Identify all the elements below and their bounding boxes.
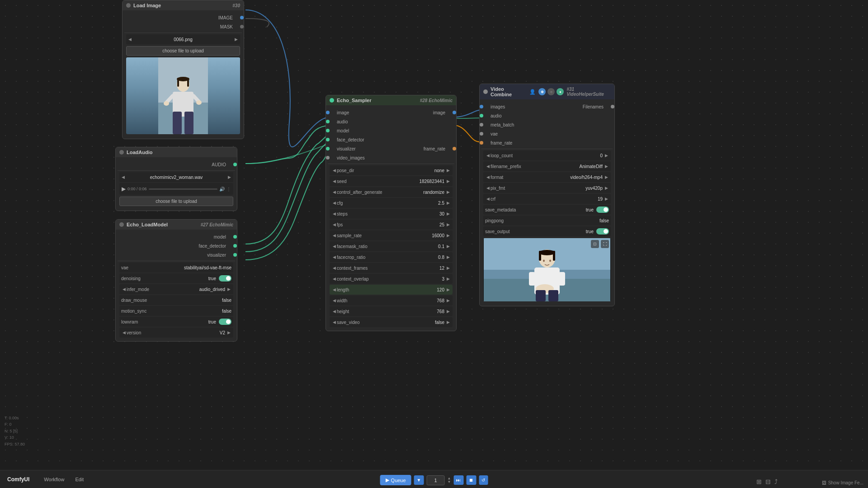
node-body: image audio model face_detector [326,105,456,331]
version-prev[interactable]: ◀ [121,330,127,335]
length-next[interactable]: ▶ [445,287,451,292]
context-overlap-prev[interactable]: ◀ [331,276,337,282]
image-file-selector[interactable]: ◀ 0066.png ▶ [126,34,240,44]
node-title: Load Image [133,3,161,8]
audio-output-port: AUDIO [118,160,235,169]
audio-progress-bar[interactable] [149,188,217,190]
image-in-dot [326,111,330,114]
control-after-next[interactable]: ▶ [445,189,451,195]
steps-next[interactable]: ▶ [445,211,451,216]
grid-icon-button[interactable]: ⊞ [756,478,762,485]
format-prev[interactable]: ◀ [485,174,491,180]
prev-file-arrow[interactable]: ◀ [127,37,133,42]
history-button[interactable]: ↺ [479,475,488,485]
control-after-value: randomize [423,190,444,195]
denoising-toggle[interactable] [219,275,231,282]
queue-count-down[interactable]: ▼ [448,480,451,484]
play-button[interactable]: ▶ [122,186,126,192]
svg-point-27 [549,260,551,262]
load-audio-node: LoadAudio AUDIO ◀ echomimicv2_woman.wav … [115,147,237,211]
volume-icon[interactable]: 🔊 [219,187,225,192]
fps-next[interactable]: ▶ [445,222,451,227]
facecrop-next[interactable]: ▶ [445,254,451,260]
audio-upload-button[interactable]: choose file to upload [119,197,233,206]
face-detector-in-dot [326,138,330,141]
length-prev[interactable]: ◀ [331,287,337,292]
lowvram-toggle[interactable] [219,319,231,325]
loop-count-next[interactable]: ▶ [604,153,609,158]
steps-prev[interactable]: ◀ [331,211,337,216]
show-image-feed-button[interactable]: 🖼 Show Image Fe... [822,480,863,485]
svg-point-26 [543,260,545,262]
pix-fmt-prev[interactable]: ◀ [485,185,491,191]
pose-dir-next[interactable]: ▶ [445,168,451,173]
pingpong-ctrl: pingpong false [483,216,611,225]
sample-rate-next[interactable]: ▶ [445,233,451,238]
echo-sampler-node: Echo_Sampler #28 EchoMimic image audio [326,95,457,331]
version-next[interactable]: ▶ [226,330,231,335]
skip-button[interactable]: ⏭ [453,475,463,485]
vc-btn-1[interactable]: ⊕ [538,88,546,95]
divider [124,33,242,33]
queue-dropdown-arrow[interactable]: ▼ [414,475,424,485]
svg-rect-11 [177,78,179,87]
audio-more-button[interactable]: ⋮ [226,187,231,192]
context-frames-next[interactable]: ▶ [445,265,451,271]
filename-prefix-next[interactable]: ▶ [604,164,609,169]
next-file-arrow[interactable]: ▶ [233,37,239,42]
format-next[interactable]: ▶ [604,174,609,180]
control-after-prev[interactable]: ◀ [331,189,337,195]
seed-prev[interactable]: ◀ [331,178,337,184]
image-upload-button[interactable]: choose file to upload [126,46,240,56]
expand-icon[interactable]: ⊡ [591,240,599,248]
context-frames-prev[interactable]: ◀ [331,265,337,271]
infer-mode-prev[interactable]: ◀ [121,286,127,292]
video-preview: ⊡ ⛶ [483,238,611,301]
filename-prefix-prev[interactable]: ◀ [485,164,491,169]
infer-mode-next[interactable]: ▶ [226,286,231,292]
vc-vae-in-dot [480,132,483,136]
facemask-next[interactable]: ▶ [445,244,451,249]
pose-dir-prev[interactable]: ◀ [331,168,337,173]
node-body: AUDIO ◀ echomimicv2_woman.wav ▶ ▶ 0:00 /… [116,157,237,211]
layout-icon-button[interactable]: ⊟ [765,478,771,485]
width-next[interactable]: ▶ [445,298,451,303]
height-prev[interactable]: ◀ [331,309,337,314]
save-metadata-toggle[interactable] [596,206,609,213]
context-overlap-next[interactable]: ▶ [445,276,451,282]
loop-count-prev[interactable]: ◀ [485,153,491,158]
edit-menu[interactable]: Edit [75,477,84,482]
facecrop-prev[interactable]: ◀ [331,254,337,260]
save-video-prev[interactable]: ◀ [331,319,337,325]
next-audio-arrow[interactable]: ▶ [226,175,232,179]
person-preview-bg [126,57,240,134]
cfg-next[interactable]: ▶ [445,200,451,206]
facemask-prev[interactable]: ◀ [331,244,337,249]
fullscreen-icon[interactable]: ⛶ [601,240,609,248]
vc-btn-3[interactable]: ● [557,88,564,95]
stop-button[interactable]: ⏹ [466,475,476,485]
lowvram-ctrl: lowvram true [119,317,233,327]
model-in-dot [326,129,330,132]
vc-btn-2[interactable]: ○ [547,88,555,95]
save-video-next[interactable]: ▶ [445,319,451,325]
share-icon-button[interactable]: ⤴ [774,478,778,485]
workflow-menu[interactable]: Workflow [44,477,64,482]
save-output-toggle[interactable] [596,228,609,235]
queue-button[interactable]: ▶ Queue [380,475,411,485]
audio-file-selector[interactable]: ◀ echomimicv2_woman.wav ▶ [119,172,233,182]
sample-rate-prev[interactable]: ◀ [331,233,337,238]
cfg-prev[interactable]: ◀ [331,200,337,206]
seed-next[interactable]: ▶ [445,178,451,184]
image-preview [126,57,240,134]
fps-prev[interactable]: ◀ [331,222,337,227]
prev-audio-arrow[interactable]: ◀ [120,175,126,179]
crf-prev[interactable]: ◀ [485,196,491,202]
height-next[interactable]: ▶ [445,309,451,314]
load-image-node: Load Image #30 IMAGE MASK ◀ 0066.png ▶ c… [122,0,244,139]
width-prev[interactable]: ◀ [331,298,337,303]
crf-next[interactable]: ▶ [604,196,609,202]
queue-count-input[interactable] [427,475,445,485]
visualizer-in-port: visualizer [328,144,391,153]
pix-fmt-next[interactable]: ▶ [604,185,609,191]
